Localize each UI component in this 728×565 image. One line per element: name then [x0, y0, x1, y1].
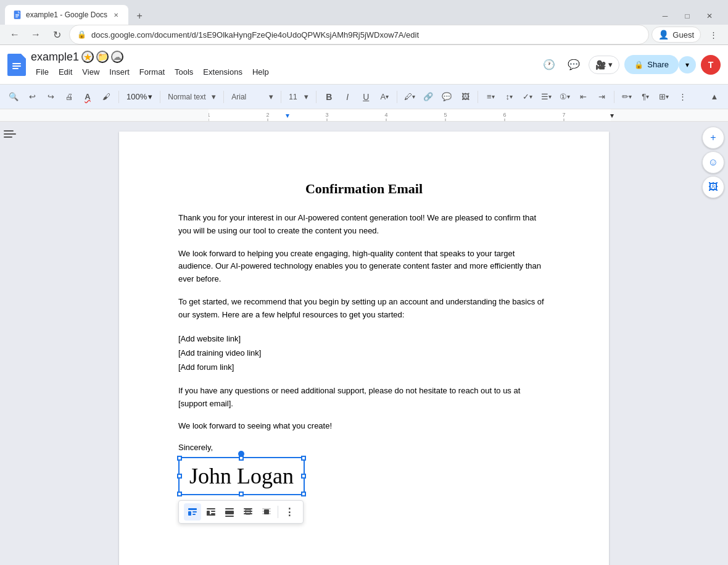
italic-button[interactable]: I: [339, 88, 356, 106]
redo-button[interactable]: ↪: [42, 88, 59, 106]
collapse-toolbar-button[interactable]: ▲: [706, 88, 723, 106]
text-color-button[interactable]: A ▾: [376, 88, 393, 106]
bullet-list-button[interactable]: ☰ ▾: [537, 88, 555, 106]
emoji-button[interactable]: ☺: [702, 151, 724, 174]
image-button[interactable]: 🖼: [457, 88, 474, 106]
paragraph-1[interactable]: Thank you for your interest in our AI-po…: [178, 212, 550, 238]
svg-rect-23: [188, 511, 191, 516]
tab-close-btn[interactable]: ✕: [111, 10, 121, 20]
highlight-button[interactable]: 🖊 ▾: [401, 88, 418, 106]
sincerely-text[interactable]: Sincerely,: [178, 443, 550, 452]
refresh-button[interactable]: ↻: [47, 25, 67, 44]
menu-file[interactable]: File: [31, 65, 54, 79]
link-2[interactable]: [Add training video link]: [178, 346, 550, 360]
image-suggest-button[interactable]: 🖼: [702, 176, 724, 198]
table-button[interactable]: ⊞ ▾: [655, 88, 672, 106]
indent-less-button[interactable]: ⇤: [574, 88, 592, 106]
minimize-button[interactable]: ─: [656, 7, 674, 25]
styles-dropdown[interactable]: Normal text ▾: [164, 88, 220, 106]
img-more-button[interactable]: ⋮: [281, 503, 298, 521]
new-tab-button[interactable]: +: [131, 7, 148, 25]
font-dropdown[interactable]: Arial ▾: [228, 88, 277, 106]
menu-tools[interactable]: Tools: [170, 65, 198, 79]
img-wrap-button[interactable]: [202, 503, 220, 521]
search-button[interactable]: 🔍: [5, 88, 22, 106]
menu-view[interactable]: View: [77, 65, 104, 79]
zoom-button[interactable]: 100% ▾: [123, 88, 156, 106]
browser-menu-button[interactable]: ⋮: [703, 25, 723, 44]
font-size-dropdown[interactable]: 11 ▾: [285, 88, 312, 106]
comment-button[interactable]: 💬: [438, 88, 455, 106]
more-toolbar-button[interactable]: ⋮: [674, 88, 691, 106]
bold-button[interactable]: B: [320, 88, 337, 106]
paint-format-button[interactable]: 🖌: [97, 88, 115, 106]
gdocs-logo-lines: [10, 58, 23, 72]
spellcheck-button[interactable]: A: [79, 88, 96, 106]
maximize-button[interactable]: □: [679, 7, 696, 25]
handle-tr[interactable]: [301, 456, 306, 461]
handle-bl[interactable]: [177, 492, 182, 496]
document-title[interactable]: Confirmation Email: [178, 181, 550, 197]
signature-image-box[interactable]: John Logan: [178, 457, 305, 495]
document-filename[interactable]: example1: [31, 51, 79, 64]
doc-page: Confirmation Email Thank you for your in…: [119, 132, 609, 565]
img-front-button[interactable]: [258, 503, 275, 521]
address-bar[interactable]: 🔒 docs.google.com/document/d/1sE9OlkaHyn…: [69, 25, 649, 44]
paragraph-style-button[interactable]: ¶ ▾: [637, 88, 654, 106]
cloud-button[interactable]: ☁: [111, 51, 123, 63]
forward-paragraph[interactable]: We look forward to seeing what you creat…: [178, 420, 550, 433]
meet-button[interactable]: 🎥 ▾: [589, 56, 619, 74]
handle-br[interactable]: [301, 492, 306, 496]
img-behind-button[interactable]: [239, 503, 257, 521]
menu-extensions[interactable]: Extensions: [198, 65, 247, 79]
menu-insert[interactable]: Insert: [104, 65, 134, 79]
separator-7: [478, 91, 478, 103]
paragraph-2[interactable]: We look forward to helping you create en…: [178, 248, 550, 286]
bullet-dropdown-icon: ▾: [548, 93, 552, 100]
print-button[interactable]: 🖨: [60, 88, 78, 106]
align-button[interactable]: ≡ ▾: [482, 88, 499, 106]
star-button[interactable]: ★: [81, 51, 94, 63]
closing-paragraph[interactable]: If you have any questions or need additi…: [178, 385, 550, 411]
link-1[interactable]: [Add website link]: [178, 332, 550, 346]
checklist-button[interactable]: ✓ ▾: [519, 88, 536, 106]
close-button[interactable]: ✕: [701, 7, 718, 25]
handle-tl[interactable]: [177, 456, 182, 461]
comments-button[interactable]: 💬: [564, 55, 584, 75]
img-break-button[interactable]: [221, 503, 238, 521]
img-inline-button[interactable]: [184, 503, 201, 521]
clear-formatting-button[interactable]: ✏ ▾: [618, 88, 635, 106]
history-button[interactable]: 🕐: [539, 55, 559, 75]
handle-rm[interactable]: [301, 474, 306, 479]
handle-bm[interactable]: [239, 492, 244, 496]
link-3[interactable]: [Add forum link]: [178, 360, 550, 374]
handle-lm[interactable]: [177, 474, 182, 479]
menu-format[interactable]: Format: [134, 65, 170, 79]
menu-help[interactable]: Help: [247, 65, 274, 79]
share-dropdown-button[interactable]: ▾: [679, 56, 696, 73]
numbered-list-button[interactable]: ① ▾: [556, 88, 573, 106]
paragraph-3[interactable]: To get started, we recommend that you be…: [178, 296, 550, 322]
separator-5: [316, 91, 316, 103]
back-button[interactable]: ←: [5, 25, 25, 44]
active-tab[interactable]: example1 - Google Docs ✕: [5, 5, 128, 25]
user-avatar[interactable]: T: [701, 55, 721, 75]
line-spacing-button[interactable]: ↕ ▾: [500, 88, 518, 106]
tab-bar: example1 - Google Docs ✕ + ─ □ ✕: [5, 0, 723, 25]
profile-button[interactable]: 👤 Guest: [651, 27, 701, 43]
undo-button[interactable]: ↩: [23, 88, 41, 106]
signature-container[interactable]: John Logan: [178, 457, 305, 495]
add-comment-button[interactable]: +: [702, 127, 724, 149]
share-button[interactable]: 🔒 Share: [624, 55, 679, 74]
underline-button[interactable]: U: [357, 88, 374, 106]
bullet-list-icon: ☰: [541, 92, 548, 101]
folder-button[interactable]: 📁: [96, 51, 109, 63]
outline-toggle-button[interactable]: [4, 127, 19, 141]
indent-more-button[interactable]: ⇥: [593, 88, 610, 106]
link-button[interactable]: 🔗: [420, 88, 437, 106]
menu-edit[interactable]: Edit: [54, 65, 77, 79]
break-icon: [224, 506, 235, 517]
doc-scroll[interactable]: Confirmation Email Thank you for your in…: [30, 122, 698, 565]
forward-button[interactable]: →: [26, 25, 46, 44]
signature-text[interactable]: John Logan: [180, 458, 304, 494]
